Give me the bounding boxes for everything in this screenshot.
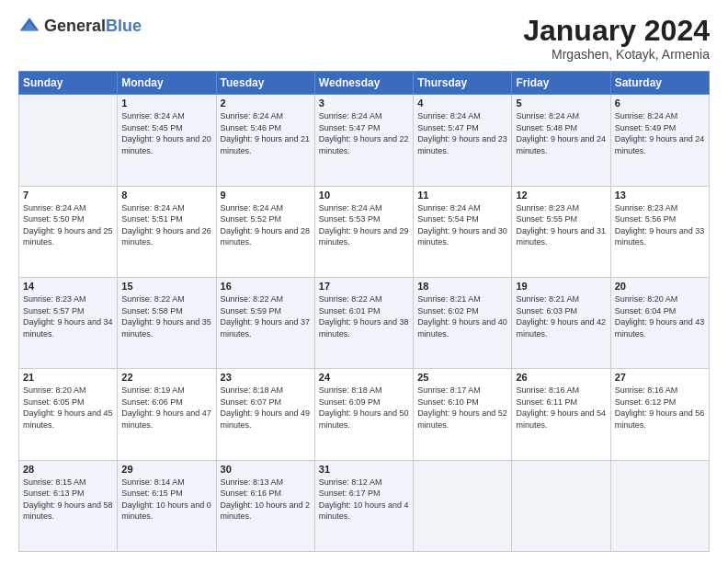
day-info: Sunrise: 8:24 AMSunset: 5:47 PMDaylight:… <box>319 110 409 156</box>
table-row: 29Sunrise: 8:14 AMSunset: 6:15 PMDayligh… <box>118 460 216 551</box>
page: GeneralBlue January 2024 Mrgashen, Kotay… <box>0 0 728 563</box>
calendar-week-row: 7Sunrise: 8:24 AMSunset: 5:50 PMDaylight… <box>19 186 710 277</box>
calendar-table: Sunday Monday Tuesday Wednesday Thursday… <box>18 71 710 552</box>
col-wednesday: Wednesday <box>314 72 413 95</box>
day-info: Sunrise: 8:24 AMSunset: 5:52 PMDaylight:… <box>221 202 311 248</box>
table-row <box>414 460 512 551</box>
day-number: 17 <box>319 281 409 292</box>
header-row: Sunday Monday Tuesday Wednesday Thursday… <box>19 72 710 95</box>
col-saturday: Saturday <box>610 72 709 95</box>
day-number: 21 <box>23 372 113 383</box>
table-row: 14Sunrise: 8:23 AMSunset: 5:57 PMDayligh… <box>19 277 118 368</box>
table-row: 8Sunrise: 8:24 AMSunset: 5:51 PMDaylight… <box>118 186 216 277</box>
table-row: 21Sunrise: 8:20 AMSunset: 6:05 PMDayligh… <box>19 369 118 460</box>
day-number: 23 <box>221 372 311 383</box>
col-sunday: Sunday <box>19 72 118 95</box>
day-info: Sunrise: 8:20 AMSunset: 6:04 PMDaylight:… <box>615 293 705 339</box>
col-friday: Friday <box>512 72 610 95</box>
table-row: 7Sunrise: 8:24 AMSunset: 5:50 PMDaylight… <box>19 186 118 277</box>
day-info: Sunrise: 8:22 AMSunset: 6:01 PMDaylight:… <box>319 293 409 339</box>
table-row: 17Sunrise: 8:22 AMSunset: 6:01 PMDayligh… <box>314 277 413 368</box>
table-row: 22Sunrise: 8:19 AMSunset: 6:06 PMDayligh… <box>118 369 216 460</box>
table-row: 5Sunrise: 8:24 AMSunset: 5:48 PMDaylight… <box>512 95 610 186</box>
calendar-location: Mrgashen, Kotayk, Armenia <box>523 47 710 62</box>
day-number: 14 <box>23 281 113 292</box>
day-info: Sunrise: 8:24 AMSunset: 5:46 PMDaylight:… <box>221 110 311 156</box>
day-info: Sunrise: 8:20 AMSunset: 6:05 PMDaylight:… <box>23 385 113 431</box>
table-row: 31Sunrise: 8:12 AMSunset: 6:17 PMDayligh… <box>314 460 413 551</box>
day-number: 8 <box>121 190 211 201</box>
day-number: 7 <box>23 190 113 201</box>
table-row <box>19 95 118 186</box>
table-row: 23Sunrise: 8:18 AMSunset: 6:07 PMDayligh… <box>216 369 314 460</box>
day-number: 29 <box>121 464 211 475</box>
day-number: 30 <box>221 464 311 475</box>
table-row: 15Sunrise: 8:22 AMSunset: 5:58 PMDayligh… <box>118 277 216 368</box>
col-monday: Monday <box>118 72 216 95</box>
day-number: 3 <box>319 98 409 109</box>
day-number: 9 <box>221 190 311 201</box>
day-number: 12 <box>516 190 606 201</box>
day-info: Sunrise: 8:22 AMSunset: 5:58 PMDaylight:… <box>121 293 211 339</box>
day-info: Sunrise: 8:23 AMSunset: 5:55 PMDaylight:… <box>516 202 606 248</box>
table-row: 27Sunrise: 8:16 AMSunset: 6:12 PMDayligh… <box>610 369 709 460</box>
day-info: Sunrise: 8:24 AMSunset: 5:50 PMDaylight:… <box>23 202 113 248</box>
day-number: 24 <box>319 372 409 383</box>
table-row: 3Sunrise: 8:24 AMSunset: 5:47 PMDaylight… <box>314 95 413 186</box>
table-row <box>610 460 709 551</box>
logo-blue: Blue <box>106 17 142 35</box>
day-number: 26 <box>516 372 606 383</box>
day-info: Sunrise: 8:21 AMSunset: 6:03 PMDaylight:… <box>516 293 606 339</box>
day-number: 5 <box>516 98 606 109</box>
day-info: Sunrise: 8:16 AMSunset: 6:12 PMDaylight:… <box>615 385 705 431</box>
calendar-week-row: 21Sunrise: 8:20 AMSunset: 6:05 PMDayligh… <box>19 369 710 460</box>
table-row: 19Sunrise: 8:21 AMSunset: 6:03 PMDayligh… <box>512 277 610 368</box>
table-row: 24Sunrise: 8:18 AMSunset: 6:09 PMDayligh… <box>314 369 413 460</box>
day-number: 22 <box>121 372 211 383</box>
col-tuesday: Tuesday <box>216 72 314 95</box>
day-number: 19 <box>516 281 606 292</box>
day-info: Sunrise: 8:24 AMSunset: 5:49 PMDaylight:… <box>615 110 705 156</box>
table-row: 12Sunrise: 8:23 AMSunset: 5:55 PMDayligh… <box>512 186 610 277</box>
day-info: Sunrise: 8:13 AMSunset: 6:16 PMDaylight:… <box>221 477 311 523</box>
day-number: 15 <box>121 281 211 292</box>
day-info: Sunrise: 8:12 AMSunset: 6:17 PMDaylight:… <box>319 477 409 523</box>
table-row: 9Sunrise: 8:24 AMSunset: 5:52 PMDaylight… <box>216 186 314 277</box>
day-info: Sunrise: 8:18 AMSunset: 6:09 PMDaylight:… <box>319 385 409 431</box>
day-number: 2 <box>221 98 311 109</box>
day-number: 4 <box>417 98 507 109</box>
table-row: 25Sunrise: 8:17 AMSunset: 6:10 PMDayligh… <box>414 369 512 460</box>
day-number: 1 <box>121 98 211 109</box>
day-info: Sunrise: 8:23 AMSunset: 5:57 PMDaylight:… <box>23 293 113 339</box>
col-thursday: Thursday <box>414 72 512 95</box>
day-number: 25 <box>417 372 507 383</box>
day-info: Sunrise: 8:22 AMSunset: 5:59 PMDaylight:… <box>221 293 311 339</box>
table-row: 20Sunrise: 8:20 AMSunset: 6:04 PMDayligh… <box>610 277 709 368</box>
table-row: 10Sunrise: 8:24 AMSunset: 5:53 PMDayligh… <box>314 186 413 277</box>
day-info: Sunrise: 8:23 AMSunset: 5:56 PMDaylight:… <box>615 202 705 248</box>
day-info: Sunrise: 8:24 AMSunset: 5:51 PMDaylight:… <box>121 202 211 248</box>
day-number: 28 <box>23 464 113 475</box>
day-number: 31 <box>319 464 409 475</box>
calendar-week-row: 28Sunrise: 8:15 AMSunset: 6:13 PMDayligh… <box>19 460 710 551</box>
table-row: 2Sunrise: 8:24 AMSunset: 5:46 PMDaylight… <box>216 95 314 186</box>
table-row: 18Sunrise: 8:21 AMSunset: 6:02 PMDayligh… <box>414 277 512 368</box>
day-info: Sunrise: 8:17 AMSunset: 6:10 PMDaylight:… <box>417 385 507 431</box>
table-row: 11Sunrise: 8:24 AMSunset: 5:54 PMDayligh… <box>414 186 512 277</box>
day-number: 11 <box>417 190 507 201</box>
header: GeneralBlue January 2024 Mrgashen, Kotay… <box>18 15 710 62</box>
calendar-week-row: 14Sunrise: 8:23 AMSunset: 5:57 PMDayligh… <box>19 277 710 368</box>
table-row: 28Sunrise: 8:15 AMSunset: 6:13 PMDayligh… <box>19 460 118 551</box>
day-info: Sunrise: 8:24 AMSunset: 5:48 PMDaylight:… <box>516 110 606 156</box>
day-info: Sunrise: 8:24 AMSunset: 5:54 PMDaylight:… <box>417 202 507 248</box>
table-row: 30Sunrise: 8:13 AMSunset: 6:16 PMDayligh… <box>216 460 314 551</box>
day-number: 20 <box>615 281 705 292</box>
logo: GeneralBlue <box>18 15 142 37</box>
table-row: 4Sunrise: 8:24 AMSunset: 5:47 PMDaylight… <box>414 95 512 186</box>
title-block: January 2024 Mrgashen, Kotayk, Armenia <box>523 15 710 62</box>
day-info: Sunrise: 8:18 AMSunset: 6:07 PMDaylight:… <box>221 385 311 431</box>
logo-icon <box>18 15 40 37</box>
table-row: 13Sunrise: 8:23 AMSunset: 5:56 PMDayligh… <box>610 186 709 277</box>
day-number: 6 <box>615 98 705 109</box>
day-info: Sunrise: 8:16 AMSunset: 6:11 PMDaylight:… <box>516 385 606 431</box>
